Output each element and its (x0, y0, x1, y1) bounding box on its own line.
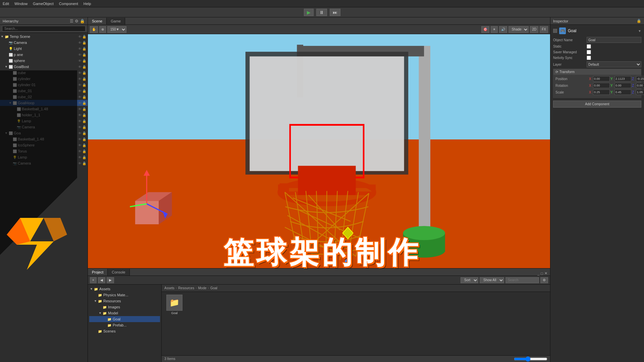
hierarchy-item-icosphere[interactable]: ⬜ IcoSphere 👁 🔒 (0, 142, 88, 148)
inspector-lock[interactable]: 🔒 (637, 19, 641, 23)
status-count: 3 Items (164, 357, 175, 361)
insp-field-netivity: Netivity Sync (553, 56, 641, 60)
position-row: Position X Y Z (555, 76, 639, 81)
insp-checkbox-static[interactable] (587, 44, 591, 49)
pos-x-input[interactable] (593, 76, 610, 81)
ft-physicsmate[interactable]: 📁 Physics Mate... (89, 292, 160, 298)
project-nav-back[interactable]: ◀ (98, 277, 105, 283)
tab-scene[interactable]: Scene (88, 18, 107, 24)
object-icon: 🎮 (559, 27, 566, 34)
menu-help[interactable]: Help (84, 2, 91, 6)
tab-game[interactable]: Game (107, 18, 125, 24)
scene-viewport[interactable] (88, 34, 550, 268)
insp-checkbox-saver[interactable] (587, 50, 591, 54)
scene-2d-btn[interactable]: 2D (530, 26, 538, 33)
hierarchy-item-temp-scene[interactable]: ▼ 📁 Temp Scene 👁 🔒 (0, 34, 88, 40)
transform-header[interactable]: ⟳ Transform (553, 69, 641, 75)
scale-y-input[interactable] (614, 89, 631, 95)
hierarchy-search-input[interactable] (2, 26, 86, 32)
rot-z-input[interactable] (636, 83, 644, 88)
object-dropdown[interactable]: ▼ (638, 29, 641, 33)
add-component-button[interactable]: Add Component (553, 101, 641, 108)
menu-component[interactable]: Component (59, 2, 78, 6)
tab-console[interactable]: Console (108, 269, 129, 276)
project-filter-select[interactable]: Show All (480, 277, 504, 283)
hierarchy-item-cube02[interactable]: ⬜ cube_02 👁 🔒 (0, 94, 88, 100)
breadcrumb-mode[interactable]: Mode (198, 286, 207, 290)
hierarchy-item-goalbost[interactable]: ▼ ⬜ GoalBost 👁 🔒 (0, 64, 88, 70)
hierarchy-menu-icon[interactable]: ☰ (70, 19, 73, 23)
scene-audio-btn[interactable]: 🔊 (499, 26, 507, 33)
hierarchy-item-camera2[interactable]: 📷 Camera 👁 🔒 (0, 124, 88, 130)
project-settings-btn[interactable]: ⚙ (540, 277, 548, 283)
hierarchy-item-basketball148[interactable]: ⬜ Basketball_1.48 👁 🔒 (0, 106, 88, 112)
breadcrumb-assets[interactable]: Assets (164, 286, 174, 290)
ft-scenes[interactable]: 📁 Scenes (89, 328, 160, 334)
file-item-goal[interactable]: 📁 Goal (164, 295, 184, 315)
tab-project[interactable]: Project (88, 269, 108, 276)
hierarchy-item-camera3[interactable]: 📷 Camera 👁 🔒 (0, 160, 88, 166)
ft-goal[interactable]: 📁 Goal (89, 316, 160, 322)
project-sort-select[interactable]: Sort (461, 277, 478, 283)
pos-z-input[interactable] (636, 76, 644, 81)
bottom-minimize[interactable]: _ (537, 272, 539, 276)
brand-logo (0, 208, 67, 275)
pause-button[interactable]: ⏸ (316, 9, 327, 16)
hierarchy-item-pane[interactable]: ⬜ p ane 👁 🔒 (0, 52, 88, 58)
project-search-input[interactable] (505, 277, 539, 283)
zoom-slider[interactable] (514, 356, 547, 362)
scale-y-field: Y (610, 89, 631, 95)
hierarchy-item-cylinder[interactable]: ⬜ cylinder 👁 🔒 (0, 76, 88, 82)
ft-resources[interactable]: ▼ 📁 Resources (89, 298, 160, 304)
scene-lighting-btn[interactable]: ☀ (491, 26, 498, 33)
scale-z-input[interactable] (636, 89, 644, 95)
hierarchy-lock-icon[interactable]: 🔒 (80, 19, 85, 23)
hierarchy-item-cube01[interactable]: ⬜ cube_01 👁 🔒 (0, 88, 88, 94)
scale-x-input[interactable] (593, 89, 610, 95)
ft-prefab[interactable]: 📁 Prefab... (89, 322, 160, 328)
object-active-checkbox[interactable] (553, 29, 557, 33)
hierarchy-item-lamp[interactable]: 💡 Lamp 👁 🔒 (0, 118, 88, 124)
scene-mode-select[interactable]: Shaded (508, 26, 529, 33)
pos-y-input[interactable] (614, 76, 631, 81)
scene-view-select[interactable]: 150▼ (107, 26, 126, 33)
hierarchy-item-goa[interactable]: ▼ ⬜ Goa 👁 🔒 (0, 130, 88, 136)
hierarchy-panel: Hierarchy ☰ ⚙ 🔒 ▼ 📁 Temp Scene 👁 🔒 (0, 17, 88, 362)
hierarchy-item-basketball148b[interactable]: ⬜ Basketball_1.48 👁 🔒 (0, 136, 88, 142)
scene-move-tool[interactable]: ⊕ (99, 26, 106, 33)
scene-toolbar: ✋ ⊕ 150▼ 🎯 ☀ 🔊 Shaded 2D FX (88, 25, 550, 34)
bottom-close[interactable]: ✕ (544, 271, 547, 276)
hierarchy-item-light[interactable]: 💡 Light 👁 🔒 (0, 46, 88, 52)
project-nav-fwd[interactable]: ▶ (107, 277, 114, 283)
hierarchy-settings-icon[interactable]: ⚙ (75, 19, 78, 23)
breadcrumb-goal[interactable]: Goal (210, 286, 217, 290)
hierarchy-item-cube[interactable]: ⬜ cube 👁 🔒 (0, 70, 88, 76)
step-button[interactable]: ⏭ (330, 9, 340, 16)
menu-edit[interactable]: Edit (3, 2, 9, 6)
svg-rect-6 (250, 56, 404, 171)
scene-hand-tool[interactable]: ✋ (90, 26, 98, 33)
ft-model[interactable]: ▼ 📁 Model (89, 310, 160, 316)
scene-fx-btn[interactable]: FX (540, 26, 548, 33)
play-button[interactable]: ▶ (304, 9, 314, 16)
breadcrumb-resources[interactable]: Resources (178, 286, 194, 290)
project-add-btn[interactable]: + (90, 277, 97, 283)
hierarchy-item-sphere[interactable]: ⬜ sphere 👁 🔒 (0, 58, 88, 64)
insp-checkbox-netivity[interactable] (587, 56, 591, 60)
ft-images[interactable]: 📁 Images (89, 304, 160, 310)
ft-assets[interactable]: ▼ 📁 Assets (89, 286, 160, 292)
hierarchy-item-cylinder01[interactable]: ⬜ cylinder 01 👁 🔒 (0, 82, 88, 88)
hierarchy-item-lamp2[interactable]: 💡 Lamp 👁 🔒 (0, 154, 88, 160)
menu-window[interactable]: Window (14, 2, 28, 6)
insp-select-layer[interactable]: Default (587, 61, 641, 67)
hierarchy-item-camera[interactable]: 📷 Camera 👁 🔒 (0, 40, 88, 46)
rot-y-input[interactable] (614, 83, 631, 88)
bottom-maximize[interactable]: □ (541, 272, 543, 276)
insp-input-objname[interactable] (587, 37, 641, 43)
rot-x-input[interactable] (593, 83, 610, 88)
hierarchy-item-goalhoop[interactable]: ▼ ⬜ GoalHoop 👁 🔒 (0, 100, 88, 106)
menu-gameobject[interactable]: GameObject (33, 2, 54, 6)
scene-gizmo-btn[interactable]: 🎯 (481, 26, 489, 33)
hierarchy-item-holder11[interactable]: ⬜ holder_1_1 👁 🔒 (0, 112, 88, 118)
hierarchy-item-torus[interactable]: ⬜ Torus 👁 🔒 (0, 148, 88, 154)
